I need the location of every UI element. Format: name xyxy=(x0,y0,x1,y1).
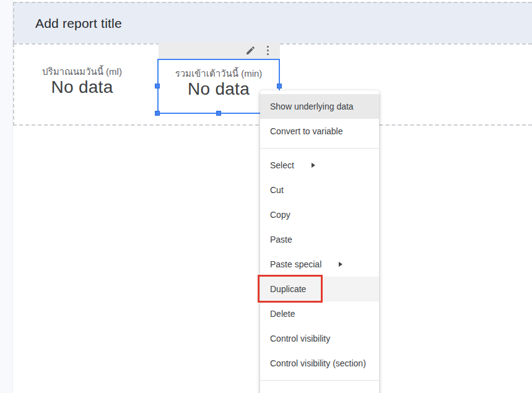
scorecard-label: ปริมาณนมวันนี้ (ml) xyxy=(25,66,139,77)
resize-handle-left[interactable] xyxy=(155,84,160,89)
menu-item-copy[interactable]: Copy xyxy=(260,202,379,227)
menu-divider xyxy=(260,380,379,381)
menu-item-control-visibility-section[interactable]: Control visibility (section) xyxy=(260,351,379,376)
menu-item-duplicate[interactable]: Duplicate xyxy=(260,277,379,301)
menu-divider xyxy=(260,148,379,149)
resize-handle-bottom-left[interactable] xyxy=(155,111,160,116)
canvas-left-margin xyxy=(0,0,13,393)
scorecard-milk-today[interactable]: ปริมาณนมวันนี้ (ml) No data xyxy=(25,66,139,97)
submenu-arrow-icon xyxy=(339,262,342,267)
submenu-arrow-icon xyxy=(312,163,315,168)
menu-item-show-underlying-data[interactable]: Show underlying data xyxy=(260,94,379,119)
report-title-block[interactable]: Add report title xyxy=(13,2,532,43)
scorecard-label: รวมเข้าเต้าวันนี้ (min) xyxy=(175,67,263,79)
menu-item-paste[interactable]: Paste xyxy=(260,227,379,252)
scorecard-value: No data xyxy=(25,77,139,97)
menu-item-select[interactable]: Select xyxy=(260,153,379,178)
report-title-placeholder[interactable]: Add report title xyxy=(35,16,122,31)
widget-toolbar xyxy=(159,42,280,59)
more-vertical-icon[interactable] xyxy=(266,45,270,56)
scorecard-value: No data xyxy=(188,79,250,99)
menu-item-control-visibility[interactable]: Control visibility xyxy=(260,326,379,351)
resize-handle-right[interactable] xyxy=(277,84,282,89)
context-menu: Show underlying data Convert to variable… xyxy=(260,90,379,393)
edit-pencil-icon[interactable] xyxy=(245,45,256,56)
menu-item-delete[interactable]: Delete xyxy=(260,301,379,326)
menu-item-convert-to-variable[interactable]: Convert to variable xyxy=(260,119,379,144)
menu-item-cut[interactable]: Cut xyxy=(260,178,379,202)
resize-handle-bottom[interactable] xyxy=(216,111,221,116)
menu-item-paste-special[interactable]: Paste special xyxy=(260,252,379,277)
